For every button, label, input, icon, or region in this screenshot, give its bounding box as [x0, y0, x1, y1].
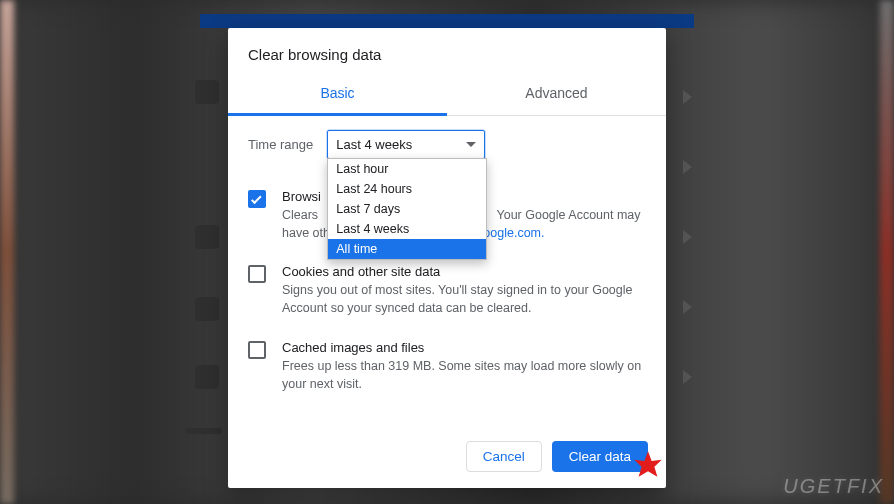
time-range-label: Time range — [248, 137, 313, 152]
dropdown-option-last-24-hours[interactable]: Last 24 hours — [328, 179, 486, 199]
option-cached: Cached images and files Frees up less th… — [248, 326, 646, 401]
dialog-actions: Cancel Clear data — [228, 431, 666, 488]
chevron-down-icon — [466, 142, 476, 147]
bg-line — [186, 428, 222, 434]
option-description: Signs you out of most sites. You'll stay… — [282, 281, 646, 317]
option-description: Frees up less than 319 MB. Some sites ma… — [282, 357, 646, 393]
watermark: UGETFIX — [783, 475, 884, 498]
bg-icon — [195, 225, 219, 249]
dropdown-option-last-4-weeks[interactable]: Last 4 weeks — [328, 219, 486, 239]
bg-icon — [195, 80, 219, 104]
check-icon — [251, 193, 262, 204]
bg-arrow-icon — [683, 370, 692, 384]
bg-top-bar — [200, 14, 694, 28]
checkbox-cookies[interactable] — [248, 265, 266, 283]
checkbox-browsing-history[interactable] — [248, 190, 266, 208]
bg-arrow-icon — [683, 90, 692, 104]
option-cookies: Cookies and other site data Signs you ou… — [248, 250, 646, 325]
dialog-content: Time range Last 4 weeks Last hour Last 2… — [228, 116, 666, 431]
tab-advanced[interactable]: Advanced — [447, 75, 666, 115]
bg-arrow-icon — [683, 230, 692, 244]
time-range-selected-value: Last 4 weeks — [336, 137, 412, 152]
time-range-select[interactable]: Last 4 weeks Last hour Last 24 hours Las… — [327, 130, 485, 159]
bg-icon — [195, 297, 219, 321]
checkbox-cached[interactable] — [248, 341, 266, 359]
time-range-dropdown: Last hour Last 24 hours Last 7 days Last… — [327, 158, 487, 260]
bg-arrow-icon — [683, 160, 692, 174]
time-range-row: Time range Last 4 weeks Last hour Last 2… — [248, 130, 646, 167]
option-title: Cookies and other site data — [282, 264, 646, 279]
dropdown-option-all-time[interactable]: All time — [328, 239, 486, 259]
tab-basic[interactable]: Basic — [228, 75, 447, 116]
dropdown-option-last-hour[interactable]: Last hour — [328, 159, 486, 179]
dialog-tabs: Basic Advanced — [228, 75, 666, 116]
bg-icon — [195, 365, 219, 389]
clear-browsing-data-dialog: Clear browsing data Basic Advanced Time … — [228, 28, 666, 488]
cancel-button[interactable]: Cancel — [466, 441, 542, 472]
clear-data-button[interactable]: Clear data — [552, 441, 648, 472]
dialog-title: Clear browsing data — [228, 28, 666, 75]
option-title: Cached images and files — [282, 340, 646, 355]
dropdown-option-last-7-days[interactable]: Last 7 days — [328, 199, 486, 219]
bg-edge-right — [880, 0, 894, 504]
bg-edge-left — [0, 0, 14, 504]
bg-arrow-icon — [683, 300, 692, 314]
